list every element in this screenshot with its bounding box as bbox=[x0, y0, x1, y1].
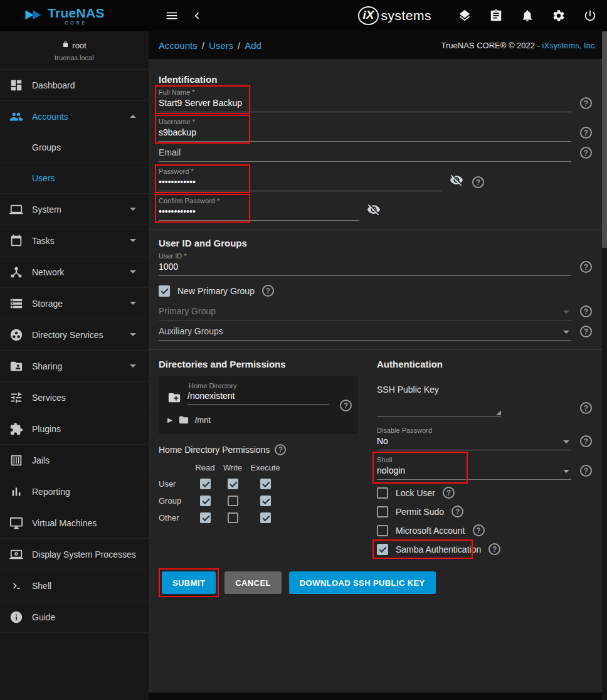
other-read-checkbox[interactable] bbox=[200, 512, 211, 523]
full-name-field-row: Full Name * Start9 Server Backup bbox=[159, 88, 592, 112]
sidebar-item-guide[interactable]: Guide bbox=[0, 602, 149, 633]
notifications-icon[interactable] bbox=[519, 8, 536, 24]
resize-handle-icon[interactable] bbox=[496, 410, 501, 415]
confirm-password-visibility-icon[interactable] bbox=[367, 203, 381, 219]
sidebar-item-accounts[interactable]: Accounts bbox=[0, 101, 149, 132]
back-chevron-icon[interactable] bbox=[189, 8, 205, 24]
email-help-icon[interactable] bbox=[580, 147, 592, 159]
confirm-password-field-row: Confirm Password * •••••••••••• bbox=[159, 196, 592, 221]
sidebar-item-network[interactable]: Network bbox=[0, 257, 149, 288]
vertical-scrollbar[interactable] bbox=[602, 31, 607, 700]
sidebar-item-directory-services[interactable]: Directory Services bbox=[0, 319, 149, 351]
sidebar-item-tasks[interactable]: Tasks bbox=[0, 225, 149, 257]
microsoft-account-checkbox[interactable] bbox=[377, 525, 388, 536]
app-window: TrueNAS CORE iX systems bbox=[0, 0, 607, 700]
disable-password-help-icon[interactable] bbox=[580, 435, 592, 447]
ssh-public-key-help-icon[interactable] bbox=[580, 402, 592, 414]
username-help-icon[interactable] bbox=[580, 127, 592, 139]
breadcrumb: Accounts / Users / Add TrueNAS CORE® © 2… bbox=[149, 31, 607, 59]
group-read-checkbox[interactable] bbox=[200, 496, 211, 506]
new-primary-group-help-icon[interactable] bbox=[262, 285, 274, 297]
confirm-password-input[interactable]: Confirm Password * •••••••••••• bbox=[159, 196, 359, 221]
sidebar-item-storage[interactable]: Storage bbox=[0, 288, 149, 319]
submit-button[interactable]: SUBMIT bbox=[162, 571, 216, 594]
cancel-button[interactable]: CANCEL bbox=[224, 571, 282, 594]
dropdown-caret-icon bbox=[563, 470, 569, 473]
download-ssh-key-button[interactable]: DOWNLOAD SSH PUBLIC KEY bbox=[289, 571, 436, 594]
username-input[interactable]: Username * s9backup bbox=[159, 117, 571, 142]
group-write-checkbox[interactable] bbox=[228, 496, 238, 506]
sidebar-item-users[interactable]: Users bbox=[0, 163, 149, 194]
lock-user-checkbox[interactable] bbox=[377, 487, 388, 499]
password-visibility-icon[interactable] bbox=[450, 173, 463, 189]
user-id-help-icon[interactable] bbox=[580, 261, 592, 273]
home-directory-input[interactable]: /nonexistent bbox=[187, 391, 329, 405]
primary-group-field-row: Primary Group bbox=[159, 305, 592, 321]
other-execute-checkbox[interactable] bbox=[260, 512, 271, 523]
new-primary-group-row: New Primary Group bbox=[159, 285, 592, 297]
shell-help-icon[interactable] bbox=[580, 465, 592, 477]
settings-gear-icon[interactable] bbox=[551, 8, 567, 24]
sidebar-item-system[interactable]: System bbox=[0, 194, 149, 225]
sidebar-item-services[interactable]: Services bbox=[0, 382, 149, 413]
mnt-tree-node[interactable]: ▶ /mnt bbox=[167, 415, 351, 425]
microsoft-account-help-icon[interactable] bbox=[473, 524, 485, 536]
sidebar-item-display-system-processes[interactable]: Display System Processes bbox=[0, 539, 149, 570]
sidebar-item-virtual-machines[interactable]: Virtual Machines bbox=[0, 507, 149, 539]
disable-password-select[interactable]: Disable Password No bbox=[377, 426, 571, 450]
ixsystems-link[interactable]: iXsystems, Inc. bbox=[542, 41, 597, 50]
sidebar-item-shell[interactable]: Shell bbox=[0, 570, 149, 602]
auxiliary-groups-select[interactable]: Auxiliary Groups bbox=[159, 326, 571, 341]
scrollbar-thumb[interactable] bbox=[602, 31, 607, 248]
dropdown-caret-icon bbox=[563, 310, 569, 314]
group-execute-checkbox[interactable] bbox=[260, 496, 271, 506]
user-write-checkbox[interactable] bbox=[228, 479, 238, 489]
new-primary-group-checkbox[interactable] bbox=[159, 285, 170, 297]
truenas-logo[interactable]: TrueNAS CORE bbox=[0, 6, 149, 25]
sidebar-item-plugins[interactable]: Plugins bbox=[0, 413, 149, 445]
permit-sudo-checkbox[interactable] bbox=[377, 506, 388, 517]
shell-select[interactable]: Shell nologin bbox=[377, 455, 571, 480]
clipboard-icon[interactable] bbox=[488, 8, 504, 24]
auxiliary-groups-help-icon[interactable] bbox=[580, 326, 592, 337]
auxiliary-groups-field-row: Auxiliary Groups bbox=[159, 326, 592, 341]
user-execute-checkbox[interactable] bbox=[260, 479, 271, 489]
email-input[interactable]: Email bbox=[159, 147, 571, 162]
breadcrumb-accounts[interactable]: Accounts bbox=[159, 40, 198, 51]
home-directory-help-icon[interactable] bbox=[340, 400, 352, 411]
user-read-checkbox[interactable] bbox=[200, 479, 211, 489]
new-folder-icon[interactable] bbox=[166, 391, 187, 405]
user-id-input[interactable]: User ID * 1000 bbox=[159, 252, 571, 276]
samba-authentication-row: Samba Authentication bbox=[377, 543, 592, 555]
sidebar-item-dashboard[interactable]: Dashboard bbox=[0, 70, 149, 101]
breadcrumb-users[interactable]: Users bbox=[209, 40, 233, 51]
menu-icon[interactable] bbox=[164, 8, 180, 24]
lock-user-help-icon[interactable] bbox=[443, 487, 455, 499]
samba-authentication-checkbox[interactable] bbox=[377, 544, 388, 555]
sidebar-item-jails[interactable]: Jails bbox=[0, 445, 149, 476]
tree-expand-icon[interactable]: ▶ bbox=[167, 416, 172, 423]
password-help-icon[interactable] bbox=[472, 176, 484, 188]
ssh-public-key-textarea[interactable] bbox=[377, 396, 501, 417]
chevron-down-icon bbox=[130, 270, 136, 273]
sidebar-item-sharing[interactable]: Sharing bbox=[0, 351, 149, 382]
main-area: Accounts / Users / Add TrueNAS CORE® © 2… bbox=[149, 31, 607, 700]
home-directory-panel: Home Directory /nonexistent ▶ bbox=[159, 376, 358, 434]
permit-sudo-help-icon[interactable] bbox=[451, 506, 463, 517]
full-name-input[interactable]: Full Name * Start9 Server Backup bbox=[159, 88, 571, 112]
section-user-id-groups: User ID and Groups bbox=[159, 238, 592, 248]
network-icon bbox=[9, 265, 24, 280]
boxes-icon[interactable] bbox=[457, 8, 473, 24]
password-input[interactable]: Password * •••••••••••• bbox=[159, 167, 442, 191]
power-icon[interactable] bbox=[582, 8, 598, 24]
other-write-checkbox[interactable] bbox=[228, 512, 238, 523]
primary-group-help-icon[interactable] bbox=[580, 305, 592, 317]
full-name-help-icon[interactable] bbox=[580, 97, 592, 109]
breadcrumb-add[interactable]: Add bbox=[245, 40, 261, 51]
sidebar-item-reporting[interactable]: Reporting bbox=[0, 476, 149, 507]
chevron-down-icon bbox=[130, 239, 136, 242]
samba-authentication-help-icon[interactable] bbox=[488, 543, 500, 555]
sidebar-item-groups[interactable]: Groups bbox=[0, 132, 149, 163]
form-actions: SUBMIT CANCEL DOWNLOAD SSH PUBLIC KEY bbox=[159, 568, 592, 597]
home-dir-permissions-help-icon[interactable] bbox=[275, 444, 286, 455]
